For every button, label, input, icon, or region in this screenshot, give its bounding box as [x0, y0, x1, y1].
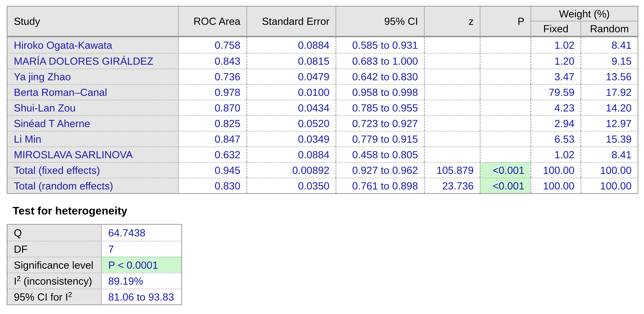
cell-roc-area: 0.632 — [178, 146, 246, 162]
cell-roc-area: 0.758 — [178, 37, 246, 53]
cell-z: 23.736 — [424, 178, 480, 193]
het-value: 89.19% — [101, 273, 181, 289]
cell-z — [424, 37, 480, 53]
col-header-p: P — [480, 6, 530, 37]
table-row: Hiroko Ogata-Kawata 0.758 0.0884 0.585 t… — [8, 37, 638, 53]
cell-weight-fixed: 100.00 — [530, 162, 580, 178]
cell-standard-error: 0.00892 — [246, 162, 336, 178]
het-row-significance: Significance level P < 0.0001 — [8, 257, 181, 273]
cell-standard-error: 0.0350 — [246, 178, 336, 193]
table-row: Ya jing Zhao 0.736 0.0479 0.642 to 0.830… — [8, 68, 638, 84]
cell-standard-error: 0.0479 — [246, 68, 336, 84]
cell-p-significant: <0.001 — [480, 178, 530, 193]
het-label: 95% CI for I2 — [8, 289, 101, 305]
cell-p — [480, 131, 530, 146]
cell-95ci: 0.958 to 0.998 — [336, 84, 424, 100]
het-label: Q — [8, 225, 101, 241]
het-label: I2 (inconsistency) — [8, 273, 101, 289]
het-row-ci-i2: 95% CI for I2 81.06 to 93.83 — [8, 289, 181, 305]
cell-z: 105.879 — [424, 162, 480, 178]
cell-study-name: Li Min — [8, 131, 178, 146]
cell-weight-random: 12.97 — [580, 115, 638, 131]
table-row: Shui-Lan Zou 0.870 0.0434 0.785 to 0.955… — [8, 100, 638, 115]
cell-weight-fixed: 2.94 — [530, 115, 580, 131]
het-row-inconsistency: I2 (inconsistency) 89.19% — [8, 273, 181, 289]
heterogeneity-table: Q 64.7438 DF 7 Significance level P < 0.… — [7, 224, 182, 305]
cell-weight-random: 100.00 — [580, 162, 638, 178]
col-header-study: Study — [8, 6, 178, 37]
cell-weight-random: 15.39 — [580, 131, 638, 146]
cell-weight-random: 14.20 — [580, 100, 638, 115]
cell-roc-area: 0.825 — [178, 115, 246, 131]
cell-standard-error: 0.0884 — [246, 146, 336, 162]
cell-standard-error: 0.0884 — [246, 37, 336, 53]
cell-95ci: 0.785 to 0.955 — [336, 100, 424, 115]
cell-study-name: Berta Roman–Canal — [8, 84, 178, 100]
cell-study-name: Shui-Lan Zou — [8, 100, 178, 115]
het-value: 81.06 to 93.83 — [101, 289, 181, 305]
cell-roc-area: 0.843 — [178, 53, 246, 68]
cell-95ci: 0.683 to 1.000 — [336, 53, 424, 68]
roc-meta-analysis-table: Study ROC Area Standard Error 95% CI z P… — [7, 6, 638, 194]
cell-roc-area: 0.847 — [178, 131, 246, 146]
cell-roc-area: 0.870 — [178, 100, 246, 115]
het-row-df: DF 7 — [8, 241, 181, 257]
col-header-standard-error: Standard Error — [246, 6, 336, 37]
cell-standard-error: 0.0349 — [246, 131, 336, 146]
cell-95ci: 0.761 to 0.898 — [336, 178, 424, 193]
cell-weight-fixed: 3.47 — [530, 68, 580, 84]
cell-z — [424, 100, 480, 115]
cell-z — [424, 146, 480, 162]
cell-weight-random: 9.15 — [580, 53, 638, 68]
cell-weight-fixed: 79.59 — [530, 84, 580, 100]
cell-weight-fixed: 1.02 — [530, 146, 580, 162]
cell-study-name: Sinéad T Aherne — [8, 115, 178, 131]
cell-95ci: 0.723 to 0.927 — [336, 115, 424, 131]
cell-roc-area: 0.945 — [178, 162, 246, 178]
cell-p — [480, 37, 530, 53]
cell-weight-fixed: 1.02 — [530, 37, 580, 53]
cell-p — [480, 53, 530, 68]
header-row: Study ROC Area Standard Error 95% CI z P… — [8, 6, 638, 21]
table-row: Sinéad T Aherne 0.825 0.0520 0.723 to 0.… — [8, 115, 638, 131]
het-row-q: Q 64.7438 — [8, 225, 181, 241]
cell-p — [480, 100, 530, 115]
cell-standard-error: 0.0815 — [246, 53, 336, 68]
col-header-weight-fixed: Fixed — [530, 21, 580, 37]
col-header-roc-area: ROC Area — [178, 6, 246, 37]
table-row: Berta Roman–Canal 0.978 0.0100 0.958 to … — [8, 84, 638, 100]
medcalc-results-page: { "colors": { "value_blue": "#1A1AB0", "… — [0, 0, 644, 314]
cell-standard-error: 0.0434 — [246, 100, 336, 115]
cell-study-name: Total (fixed effects) — [8, 162, 178, 178]
col-header-95ci: 95% CI — [336, 6, 424, 37]
cell-study-name: Ya jing Zhao — [8, 68, 178, 84]
cell-study-name: Total (random effects) — [8, 178, 178, 193]
cell-z — [424, 115, 480, 131]
cell-standard-error: 0.0520 — [246, 115, 336, 131]
table-row-total-random: Total (random effects) 0.830 0.0350 0.76… — [8, 178, 638, 193]
cell-weight-random: 100.00 — [580, 178, 638, 193]
het-value-significant: P < 0.0001 — [101, 257, 181, 273]
cell-weight-fixed: 4.23 — [530, 100, 580, 115]
cell-study-name: Hiroko Ogata-Kawata — [8, 37, 178, 53]
col-header-weight-group: Weight (%) — [530, 6, 638, 21]
cell-weight-random: 13.56 — [580, 68, 638, 84]
col-header-weight-random: Random — [580, 21, 638, 37]
het-label: DF — [8, 241, 101, 257]
cell-weight-random: 17.92 — [580, 84, 638, 100]
cell-z — [424, 68, 480, 84]
table-row: MIROSLAVA SARLINOVA 0.632 0.0884 0.458 t… — [8, 146, 638, 162]
cell-z — [424, 53, 480, 68]
cell-weight-random: 8.41 — [580, 146, 638, 162]
cell-z — [424, 131, 480, 146]
table-row-total-fixed: Total (fixed effects) 0.945 0.00892 0.92… — [8, 162, 638, 178]
cell-p-significant: <0.001 — [480, 162, 530, 178]
cell-standard-error: 0.0100 — [246, 84, 336, 100]
het-value: 64.7438 — [101, 225, 181, 241]
cell-study-name: MARÍA DOLORES GIRÁLDEZ — [8, 53, 178, 68]
table-row: Li Min 0.847 0.0349 0.779 to 0.915 6.53 … — [8, 131, 638, 146]
cell-weight-fixed: 1.20 — [530, 53, 580, 68]
cell-95ci: 0.927 to 0.962 — [336, 162, 424, 178]
cell-weight-fixed: 100.00 — [530, 178, 580, 193]
cell-95ci: 0.779 to 0.915 — [336, 131, 424, 146]
